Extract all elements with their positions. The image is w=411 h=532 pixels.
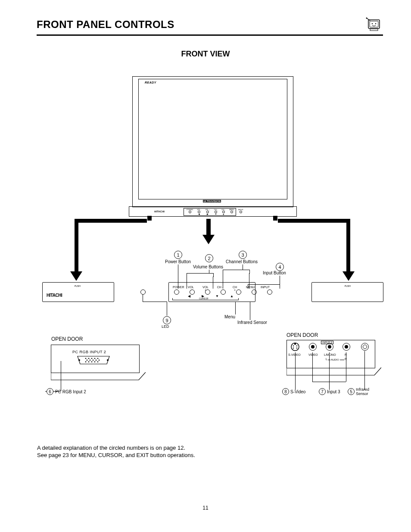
btn-menu[interactable] (252, 289, 257, 295)
svg-point-27 (296, 345, 297, 346)
vga-port-icon (75, 355, 112, 365)
conn-9 (167, 302, 167, 316)
cursor-label: CURSOR (198, 297, 209, 300)
tv-mini-controls: POWER VOL - ◀ VOL + ▶ CH - ▼ CH + ▲ MENU (187, 208, 243, 215)
r-jack (342, 343, 350, 351)
audio-l-bracket: L (326, 358, 327, 361)
panel-left-push: PUSH (75, 285, 81, 287)
footnote-line1: A detailed explanation of the circled nu… (37, 445, 195, 452)
tv-foot-right (273, 216, 277, 221)
svg-point-22 (94, 361, 96, 363)
label-svideo: S-Video (290, 389, 305, 394)
label-volume-buttons: Volume Buttons (193, 264, 223, 269)
label-power-button: Power Button (165, 259, 191, 264)
rconn-ir (364, 351, 365, 390)
tv-screen (138, 79, 287, 199)
conn-3-bracket (223, 270, 250, 274)
svg-point-5 (366, 18, 367, 19)
badge-5-num: 5 (350, 389, 352, 394)
mini-circle (189, 211, 191, 213)
conn-2-bracket (187, 273, 214, 277)
tv-series-logo: ULTRAVISION (203, 200, 221, 202)
svg-point-2 (372, 23, 373, 24)
video-label: VIDEO (308, 353, 318, 356)
btn-ch-up[interactable] (236, 289, 241, 295)
footnote-line2: See page 23 for MENU, CURSOR, and EXIT b… (37, 452, 195, 459)
panel-center-cursors: ◀ ▶ ▼ ▲ (188, 295, 234, 298)
btn-ch-down[interactable] (221, 289, 226, 295)
badge-4: 4 (276, 263, 284, 271)
tv-ready-label: READY (145, 81, 156, 84)
conn-9-v2 (143, 295, 143, 302)
svg-point-8 (107, 359, 109, 361)
label-ir-a: Infrared (356, 387, 369, 392)
led-indicator (161, 289, 165, 294)
left-conn-v (61, 361, 61, 391)
svg-point-7 (78, 359, 80, 361)
left-door-port-label: PC RGB INPUT 2 (72, 350, 106, 354)
badge-1: 1 (174, 251, 182, 259)
cursor-down-icon: ▼ (215, 295, 219, 298)
left-door-flap (51, 372, 146, 389)
rconn-i3c (346, 352, 346, 382)
page-title: FRONT PANEL CONTROLS (37, 19, 174, 31)
badge-9-num: 9 (165, 318, 168, 323)
btn-vol-up[interactable] (205, 289, 210, 295)
footnote-block: A detailed explanation of the circled nu… (37, 445, 195, 459)
video-jack (309, 343, 317, 351)
mini-tri-up: ▲ (222, 213, 224, 215)
badge-6-num: 6 (49, 389, 51, 394)
tv-character-icon (366, 17, 383, 32)
rconn-i3-drop (329, 382, 330, 390)
svg-point-3 (375, 23, 376, 24)
svg-point-19 (85, 361, 87, 363)
audio-bracket-line-r (340, 360, 344, 360)
badge-1-num: 1 (177, 252, 179, 258)
cursor-left-icon: ◀ (188, 295, 190, 298)
btn-power[interactable] (174, 289, 179, 295)
arrow-left-h (75, 219, 147, 223)
panel-left-brand: HITACHI (47, 293, 62, 298)
svg-point-20 (88, 361, 90, 363)
svg-rect-6 (370, 29, 378, 31)
svg-point-28 (293, 348, 294, 348)
lmono-label: L/MONO (324, 353, 336, 356)
svg-point-13 (97, 358, 99, 359)
label-menu: Menu (224, 314, 235, 319)
svideo-label: S-VIDEO (288, 353, 301, 356)
conn-2-stem (209, 270, 209, 273)
conn-menu (235, 302, 236, 314)
svg-point-21 (91, 361, 93, 363)
svg-point-18 (99, 360, 100, 361)
page-header: FRONT PANEL CONTROLS (37, 17, 383, 36)
arrow-center-head (202, 235, 215, 244)
arrow-left-head (70, 271, 82, 281)
arrow-left-v (75, 219, 78, 273)
svg-point-9 (85, 358, 87, 359)
label-led: LED (162, 324, 169, 329)
conn-ir (250, 302, 250, 320)
section-subtitle: FRONT VIEW (0, 50, 411, 59)
conn-4 (280, 276, 280, 289)
svg-point-15 (90, 360, 91, 361)
arrow-right-v (346, 219, 350, 273)
conn-9-h (143, 302, 167, 302)
svg-point-29 (296, 348, 297, 348)
arrow-center-v (206, 219, 211, 236)
label-input3: Input 3 (327, 389, 340, 394)
svg-point-26 (293, 345, 294, 346)
badge-6: 6 (47, 388, 53, 395)
label-channel-buttons: Channel Buttons (226, 259, 258, 264)
badge-3: 3 (239, 251, 247, 259)
badge-2-num: 2 (208, 256, 210, 261)
panel-right-push: PUSH (345, 285, 351, 287)
label-pc-rgb2: PC RGB Input 2 (55, 389, 86, 394)
label-ir-b: Sensor (356, 392, 368, 396)
btn-input[interactable] (267, 289, 272, 295)
tv-foot-left (147, 216, 152, 221)
svg-point-11 (91, 358, 93, 359)
led-circle (140, 289, 146, 295)
badge-7: 7 (319, 388, 326, 395)
badge-2: 2 (205, 254, 213, 262)
badge-5: 5 (348, 388, 355, 395)
